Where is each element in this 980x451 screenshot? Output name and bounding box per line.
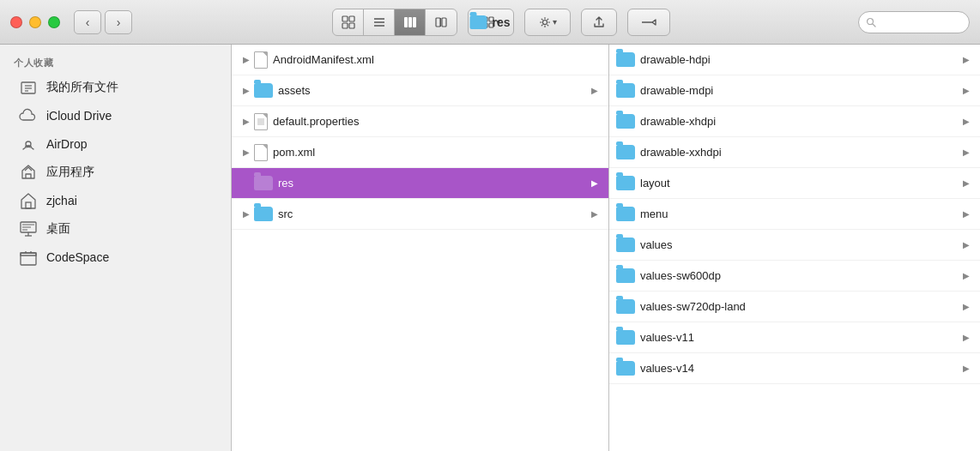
icloud-icon bbox=[19, 106, 38, 125]
back-icon: ‹ bbox=[86, 15, 90, 29]
view-list-icon bbox=[372, 15, 386, 29]
drawable-xhdpi-arrow: ▶ bbox=[959, 115, 973, 129]
codespace-icon bbox=[19, 248, 38, 267]
expand-default-props[interactable]: ▶ bbox=[239, 114, 254, 129]
main-content: 个人收藏 我的所有文件 iCloud Drive bbox=[0, 45, 980, 451]
values-v11-icon bbox=[616, 330, 635, 345]
svg-rect-10 bbox=[436, 18, 440, 27]
right-file-pane: drawable-hdpi ▶ drawable-mdpi ▶ drawable… bbox=[609, 45, 980, 451]
sidebar-item-apps[interactable]: 应用程序 bbox=[5, 159, 226, 186]
back-button[interactable]: ‹ bbox=[74, 10, 101, 34]
sidebar-item-icloud[interactable]: iCloud Drive bbox=[5, 102, 226, 129]
share-icon bbox=[592, 15, 606, 29]
expand-res[interactable] bbox=[239, 176, 254, 191]
expand-assets[interactable]: ▶ bbox=[239, 83, 254, 99]
values-v14-arrow: ▶ bbox=[959, 362, 973, 376]
table-row[interactable]: drawable-xxhdpi ▶ bbox=[609, 137, 980, 168]
svg-rect-25 bbox=[26, 202, 31, 208]
drawable-hdpi-icon bbox=[616, 52, 635, 67]
share-group bbox=[581, 9, 617, 36]
sidebar-item-codespace[interactable]: CodeSpace bbox=[5, 244, 226, 271]
expand-src[interactable]: ▶ bbox=[239, 207, 254, 222]
maximize-button[interactable] bbox=[48, 16, 60, 28]
sidebar-label-home: zjchai bbox=[46, 194, 77, 207]
svg-point-18 bbox=[868, 19, 874, 25]
drawable-xhdpi-icon bbox=[616, 114, 635, 129]
values-v11-name: values-v11 bbox=[640, 331, 959, 344]
table-row[interactable]: ▶ default.properties bbox=[232, 106, 608, 137]
settings-group: ▾ bbox=[524, 9, 571, 36]
svg-rect-1 bbox=[349, 16, 354, 21]
table-row[interactable]: ▶ pom.xml bbox=[232, 137, 608, 168]
assets-arrow: ▶ bbox=[588, 84, 602, 98]
table-row[interactable]: values-sw720dp-land ▶ bbox=[609, 292, 980, 322]
drawable-xhdpi-name: drawable-xhdpi bbox=[640, 115, 959, 128]
values-arrow: ▶ bbox=[959, 238, 973, 252]
view-columns-icon bbox=[403, 15, 417, 29]
sidebar-label-codespace: CodeSpace bbox=[46, 250, 109, 264]
tag-icon bbox=[640, 15, 657, 29]
sidebar-label-icloud: iCloud Drive bbox=[46, 109, 112, 123]
table-row[interactable]: drawable-xhdpi ▶ bbox=[609, 106, 980, 137]
view-cover-icon bbox=[434, 15, 448, 29]
view-columns-btn[interactable] bbox=[395, 9, 426, 35]
close-button[interactable] bbox=[10, 16, 22, 28]
share-btn[interactable] bbox=[582, 9, 616, 35]
drawable-mdpi-icon bbox=[616, 83, 635, 98]
sidebar-item-desktop[interactable]: 桌面 bbox=[5, 215, 226, 243]
res-arrow: ▶ bbox=[588, 177, 602, 190]
drawable-hdpi-name: drawable-hdpi bbox=[640, 53, 959, 66]
table-row[interactable]: ▶ AndroidManifest.xml bbox=[232, 45, 608, 75]
apps-icon bbox=[19, 163, 38, 182]
settings-dropdown-arrow: ▾ bbox=[553, 17, 557, 27]
table-row[interactable]: layout ▶ bbox=[609, 168, 980, 199]
sidebar-item-all-files[interactable]: 我的所有文件 bbox=[5, 74, 226, 101]
gear-icon bbox=[539, 16, 551, 28]
search-box[interactable] bbox=[858, 11, 970, 33]
expand-android-manifest[interactable]: ▶ bbox=[239, 52, 254, 68]
expand-pom[interactable]: ▶ bbox=[239, 145, 254, 160]
svg-rect-2 bbox=[342, 23, 348, 28]
minimize-button[interactable] bbox=[29, 16, 41, 28]
traffic-lights bbox=[10, 16, 60, 28]
table-row[interactable]: values-v11 ▶ bbox=[609, 322, 980, 353]
table-row[interactable]: menu ▶ bbox=[609, 199, 980, 230]
sidebar-item-home[interactable]: zjchai bbox=[5, 187, 226, 214]
view-list-btn[interactable] bbox=[364, 9, 395, 35]
table-row[interactable]: res ▶ bbox=[232, 168, 608, 199]
menu-arrow: ▶ bbox=[959, 207, 973, 221]
values-name: values bbox=[640, 238, 959, 251]
settings-btn[interactable]: ▾ bbox=[525, 9, 570, 35]
svg-rect-7 bbox=[404, 17, 408, 27]
res-icon bbox=[254, 176, 273, 190]
table-row[interactable]: values ▶ bbox=[609, 230, 980, 261]
table-row[interactable]: values-v14 ▶ bbox=[609, 353, 980, 384]
sidebar-item-airdrop[interactable]: AirDrop bbox=[5, 130, 226, 158]
table-row[interactable]: ▶ assets ▶ bbox=[232, 75, 608, 106]
src-name: src bbox=[278, 207, 588, 220]
svg-rect-9 bbox=[413, 17, 416, 27]
drawable-xxhdpi-arrow: ▶ bbox=[959, 146, 973, 159]
search-container bbox=[850, 11, 970, 33]
layout-icon bbox=[616, 176, 635, 190]
title-bar: ‹ › bbox=[0, 0, 980, 45]
values-sw720dp-land-name: values-sw720dp-land bbox=[640, 300, 959, 313]
home-icon bbox=[19, 191, 38, 210]
svg-rect-0 bbox=[342, 16, 348, 21]
tag-btn[interactable] bbox=[628, 9, 669, 35]
sidebar-label-airdrop: AirDrop bbox=[46, 137, 87, 151]
table-row[interactable]: ▶ src ▶ bbox=[232, 199, 608, 230]
table-row[interactable]: drawable-mdpi ▶ bbox=[609, 75, 980, 106]
layout-arrow: ▶ bbox=[959, 177, 973, 190]
values-sw600dp-arrow: ▶ bbox=[959, 269, 973, 283]
view-icons-btn[interactable] bbox=[333, 9, 364, 35]
default-props-name: default.properties bbox=[273, 115, 602, 128]
tag-group bbox=[627, 9, 670, 36]
forward-button[interactable]: › bbox=[105, 10, 132, 34]
values-v14-name: values-v14 bbox=[640, 362, 959, 375]
drawable-xxhdpi-name: drawable-xxhdpi bbox=[640, 146, 959, 159]
view-cover-btn[interactable] bbox=[426, 9, 457, 35]
table-row[interactable]: values-sw600dp ▶ bbox=[609, 261, 980, 292]
table-row[interactable]: drawable-hdpi ▶ bbox=[609, 45, 980, 75]
search-icon bbox=[866, 17, 876, 27]
